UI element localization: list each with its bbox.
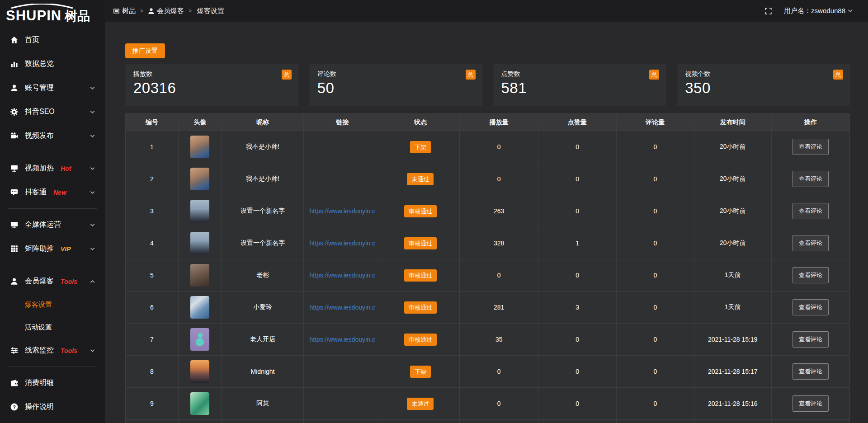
sidebar-item-video-publish[interactable]: 视频发布	[0, 124, 105, 148]
avatar[interactable]	[190, 296, 209, 319]
sidebar-item-clue-monitor[interactable]: 线索监控Tools	[0, 338, 105, 362]
sidebar-subitem-baoke-settings[interactable]: 爆客设置	[0, 293, 105, 316]
view-comments-button[interactable]: 查看评论	[793, 235, 829, 251]
cell-time: 20小时前	[694, 227, 771, 259]
avatar[interactable]	[190, 264, 209, 287]
cell-nickname: 我不是小帅!	[222, 163, 304, 195]
cell-likes: 1	[538, 227, 617, 259]
sidebar-item-video-heat[interactable]: 视频加热Hot	[0, 156, 105, 180]
svg-text:?: ?	[13, 404, 16, 410]
cell-time: 2021-11-28 15:17	[694, 356, 771, 388]
cell-time: 1天前	[694, 259, 771, 291]
chevron-down-icon	[90, 223, 95, 227]
cell-avatar	[178, 388, 222, 420]
cell-comments: 0	[617, 259, 694, 291]
view-comments-button[interactable]: 查看评论	[793, 267, 829, 283]
promo-settings-button[interactable]: 推广设置	[125, 43, 165, 58]
sidebar-item-home[interactable]: 首页	[0, 28, 105, 52]
sidebar-item-tag: Tools	[61, 278, 77, 285]
fullscreen-icon[interactable]	[764, 7, 772, 15]
sidebar-item-consume-detail[interactable]: 消费明细	[0, 371, 105, 395]
status-badge[interactable]: 下架	[410, 366, 431, 378]
video-link[interactable]: https://www.iesdouyin.c	[310, 272, 376, 279]
status-badge[interactable]: 未通过	[407, 173, 434, 185]
avatar[interactable]	[190, 328, 209, 351]
stat-card: 播放数20316总	[125, 64, 298, 106]
cell-status	[381, 420, 460, 423]
cell-time: 20小时前	[694, 163, 771, 195]
avatar[interactable]	[190, 200, 209, 222]
sidebar-item-data-overview[interactable]: 数据总览	[0, 52, 105, 76]
sidebar-item-douketong[interactable]: 抖客通New	[0, 180, 105, 204]
cell-id: 8	[126, 356, 179, 388]
sidebar-item-account-manage[interactable]: 账号管理	[0, 76, 105, 100]
status-badge[interactable]: 审核通过	[404, 269, 437, 282]
cell-action: 查看评论	[771, 131, 849, 163]
avatar[interactable]	[190, 392, 209, 415]
video-link[interactable]: https://www.iesdouyin.c	[310, 240, 376, 247]
sidebar-item-matrix-boost[interactable]: 矩阵助推VIP	[0, 237, 105, 261]
heat-icon	[10, 164, 18, 172]
sidebar-subitem-activity-settings[interactable]: 活动设置	[0, 316, 105, 338]
cell-status: 审核通过	[381, 195, 460, 227]
sidebar-item-label: 首页	[25, 35, 39, 45]
cell-avatar	[178, 324, 222, 356]
status-badge[interactable]: 未通过	[407, 398, 434, 410]
status-badge[interactable]: 审核通过	[404, 334, 437, 346]
cell-status: 审核通过	[381, 291, 460, 324]
chevron-down-icon	[90, 167, 95, 170]
table-row: 2我不是小帅!未通过00020小时前查看评论	[126, 163, 850, 195]
cell-comments: 0	[617, 356, 694, 388]
stat-label: 播放数	[133, 70, 290, 78]
view-comments-button[interactable]: 查看评论	[793, 171, 829, 187]
status-badge[interactable]: 下架	[410, 141, 431, 153]
chat-icon	[10, 188, 18, 196]
cell-likes	[538, 420, 617, 423]
status-badge[interactable]: 审核通过	[404, 301, 437, 314]
user-menu[interactable]: 用户名：zswodun88	[784, 7, 853, 15]
breadcrumb-label: 会员爆客	[157, 7, 184, 15]
view-comments-button[interactable]: 查看评论	[793, 203, 829, 219]
cell-id: 4	[126, 227, 179, 259]
breadcrumb-item[interactable]: 树品	[113, 7, 136, 15]
sidebar-item-label: 会员爆客	[25, 277, 54, 286]
avatar[interactable]	[190, 232, 209, 254]
view-comments-button[interactable]: 查看评论	[793, 395, 829, 412]
cell-likes: 0	[538, 259, 617, 291]
cell-likes: 0	[538, 388, 617, 420]
avatar[interactable]	[190, 168, 209, 190]
stat-cards: 播放数20316总评论数50总点赞数581总视频个数350总	[125, 64, 850, 106]
sidebar-divider	[8, 265, 97, 265]
main-area: 树品>会员爆客>爆客设置 用户名：zswodun88 推广设置 播放数20316…	[105, 0, 868, 423]
sidebar-item-tag: VIP	[61, 245, 71, 253]
wallet-icon	[10, 379, 18, 387]
video-link[interactable]: https://www.iesdouyin.c	[310, 304, 376, 311]
cell-link: https://www.iesdouyin.c	[304, 324, 381, 356]
breadcrumb-item[interactable]: 会员爆客	[148, 7, 184, 15]
avatar[interactable]	[190, 136, 209, 158]
breadcrumb-separator: >	[189, 8, 192, 14]
column-header: 播放量	[460, 114, 538, 131]
status-badge[interactable]: 审核通过	[404, 237, 437, 249]
view-comments-button[interactable]: 查看评论	[793, 363, 829, 380]
column-header: 评论量	[617, 114, 694, 131]
view-comments-button[interactable]: 查看评论	[793, 139, 829, 155]
status-badge[interactable]: 审核通过	[404, 205, 437, 217]
sidebar-item-member-baoke[interactable]: 会员爆客Tools	[0, 269, 105, 293]
chart-icon	[10, 60, 18, 68]
breadcrumb-item[interactable]: 爆客设置	[197, 7, 224, 15]
cell-plays: 0	[460, 259, 538, 291]
avatar[interactable]	[190, 360, 209, 383]
sidebar-item-douyin-seo[interactable]: 抖音SEO	[0, 100, 105, 124]
cell-plays: 0	[460, 163, 538, 195]
cell-comments: 0	[617, 388, 694, 420]
column-header: 点赞量	[538, 114, 617, 131]
view-comments-button[interactable]: 查看评论	[793, 331, 829, 348]
sidebar-item-media-operation[interactable]: 全媒体运营	[0, 213, 105, 237]
view-comments-button[interactable]: 查看评论	[793, 299, 829, 315]
video-link[interactable]: https://www.iesdouyin.c	[310, 207, 376, 215]
brand-logo[interactable]: SHUPIN 树品	[0, 0, 105, 25]
sidebar-item-operation-help[interactable]: ?操作说明	[0, 395, 105, 419]
cell-time: 20小时前	[694, 195, 771, 227]
video-link[interactable]: https://www.iesdouyin.c	[310, 336, 376, 343]
